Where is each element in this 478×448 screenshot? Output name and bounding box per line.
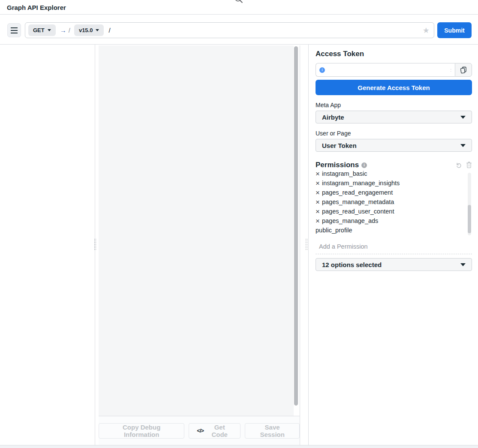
chevron-down-icon (96, 29, 99, 31)
permission-item: × instagram_basic (316, 171, 472, 178)
left-sidebar-panel (0, 45, 95, 445)
http-method-dropdown[interactable]: GET (28, 24, 56, 36)
options-selected-label: 12 options selected (322, 261, 382, 268)
request-toolbar: GET → / v15.0 / ★ Submit (0, 15, 478, 45)
undo-icon[interactable] (456, 162, 462, 168)
permission-item: public_profile (316, 226, 472, 235)
page-bottom-strip (0, 445, 478, 448)
remove-permission-icon[interactable]: × (316, 180, 320, 187)
permissions-options-dropdown[interactable]: 12 options selected (316, 258, 472, 271)
page-title: Graph API Explorer (7, 4, 66, 11)
user-or-page-label: User or Page (316, 130, 472, 137)
trash-icon[interactable] (466, 162, 472, 168)
permissions-header: Permissions i (316, 161, 472, 169)
access-token-panel: Access Token i : Generate Access Token M… (308, 45, 478, 445)
graph-api-explorer-app: Graph API Explorer GET → / v15.0 / ★ Sub… (0, 0, 478, 448)
http-method-label: GET (33, 27, 45, 33)
user-or-page-dropdown[interactable]: User Token (316, 139, 472, 152)
permissions-heading: Permissions (316, 161, 359, 169)
permission-item: × pages_manage_ads (316, 216, 472, 226)
api-version-dropdown[interactable]: v15.0 (74, 24, 104, 36)
permission-item: × pages_manage_metadata (316, 197, 472, 207)
remove-permission-icon[interactable]: × (316, 208, 320, 215)
generate-access-token-button[interactable]: Generate Access Token (316, 80, 472, 95)
save-session-button[interactable]: Save Session (245, 423, 300, 439)
request-path-input[interactable]: / (108, 27, 110, 34)
access-token-heading: Access Token (316, 50, 472, 58)
scrollbar-thumb[interactable] (294, 46, 298, 406)
token-row: i : (316, 63, 472, 77)
response-viewer[interactable] (99, 45, 294, 416)
permission-item: × pages_read_user_content (316, 207, 472, 216)
chevron-down-icon (460, 144, 466, 147)
api-version-label: v15.0 (79, 27, 93, 33)
chevron-down-icon (48, 29, 51, 31)
remove-permission-icon[interactable]: × (316, 189, 320, 196)
hamburger-icon (11, 27, 18, 28)
panel-resizer-handle[interactable] (94, 238, 98, 252)
favorite-star-icon[interactable]: ★ (423, 27, 430, 34)
remove-permission-icon[interactable]: × (316, 198, 320, 206)
submit-button[interactable]: Submit (437, 22, 472, 38)
access-token-input[interactable]: i : (316, 63, 455, 77)
app-header: Graph API Explorer (0, 0, 478, 15)
response-footer-bar: Copy Debug Information </> Get Code Save… (99, 416, 300, 445)
permission-item: × instagram_manage_insights (316, 178, 472, 188)
meta-app-dropdown[interactable]: Airbyte (316, 111, 472, 123)
copy-token-button[interactable] (455, 63, 472, 77)
path-separator: / (69, 27, 70, 34)
chevron-down-icon (460, 116, 466, 119)
request-bar[interactable]: GET → / v15.0 / ★ (25, 22, 434, 38)
user-or-page-value: User Token (322, 142, 357, 149)
remove-permission-icon[interactable]: × (316, 171, 320, 177)
permission-item: × pages_read_engagement (316, 188, 472, 197)
response-panel: Copy Debug Information </> Get Code Save… (99, 45, 300, 445)
copy-icon (460, 66, 467, 74)
token-overflow-dots: : (450, 68, 451, 72)
copy-debug-button[interactable]: Copy Debug Information (99, 423, 184, 439)
dashed-divider (316, 254, 472, 254)
get-code-button[interactable]: </> Get Code (189, 423, 241, 439)
scrollbar-thumb[interactable] (468, 205, 471, 233)
permissions-scrollbar[interactable] (468, 173, 471, 235)
response-scrollbar[interactable] (294, 46, 298, 407)
menu-button[interactable] (7, 23, 21, 37)
info-icon[interactable]: i (361, 162, 367, 168)
permissions-list[interactable]: × instagram_basic × instagram_manage_ins… (316, 171, 472, 235)
add-permission-input[interactable]: Add a Permission (316, 243, 472, 250)
code-icon: </> (197, 427, 204, 434)
remove-permission-icon[interactable]: × (316, 217, 320, 225)
info-icon[interactable]: i (319, 67, 325, 73)
search-icon[interactable] (234, 0, 244, 4)
arrow-right-icon: → (60, 27, 66, 34)
chevron-down-icon (460, 263, 466, 266)
meta-app-label: Meta App (316, 102, 472, 108)
meta-app-value: Airbyte (322, 114, 344, 121)
